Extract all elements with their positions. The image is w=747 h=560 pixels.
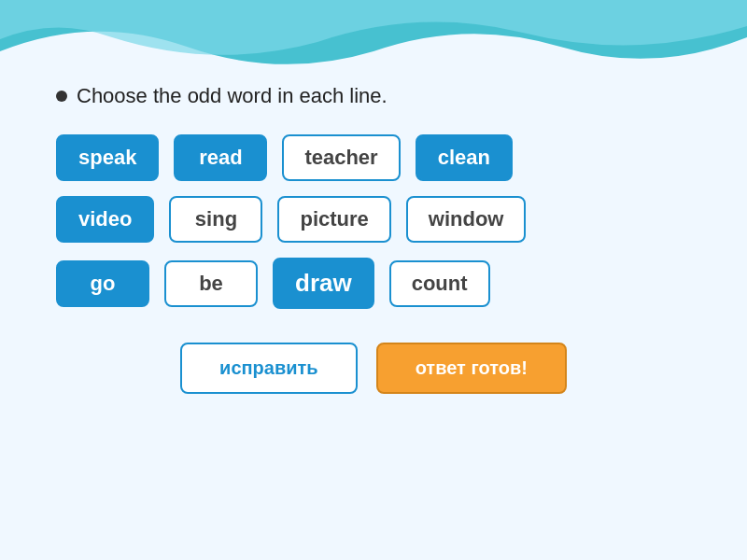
- word-row-2: video sing picture window: [56, 196, 691, 243]
- word-row-3: go be draw count: [56, 258, 691, 309]
- word-btn-count[interactable]: count: [389, 260, 490, 307]
- word-btn-clean[interactable]: clean: [416, 134, 513, 181]
- wave-header: [0, 0, 747, 75]
- main-content: Choose the odd word in each line. speak …: [56, 84, 691, 394]
- bullet-icon: [56, 91, 67, 102]
- word-btn-teacher[interactable]: teacher: [282, 134, 400, 181]
- instruction-row: Choose the odd word in each line.: [56, 84, 691, 108]
- word-btn-speak[interactable]: speak: [56, 134, 159, 181]
- word-row-1: speak read teacher clean: [56, 134, 691, 181]
- word-btn-read[interactable]: read: [174, 134, 267, 181]
- instruction-text: Choose the odd word in each line.: [77, 84, 388, 108]
- word-btn-draw[interactable]: draw: [273, 258, 374, 309]
- word-btn-be[interactable]: be: [164, 260, 258, 307]
- word-btn-go[interactable]: go: [56, 260, 149, 307]
- action-row: исправить ответ готов!: [56, 343, 691, 394]
- ready-button[interactable]: ответ готов!: [376, 343, 567, 394]
- word-btn-video[interactable]: video: [56, 196, 154, 243]
- word-grid: speak read teacher clean video sing pict…: [56, 134, 691, 309]
- word-btn-sing[interactable]: sing: [169, 196, 262, 243]
- word-btn-picture[interactable]: picture: [277, 196, 390, 243]
- fix-button[interactable]: исправить: [180, 343, 358, 394]
- word-btn-window[interactable]: window: [406, 196, 527, 243]
